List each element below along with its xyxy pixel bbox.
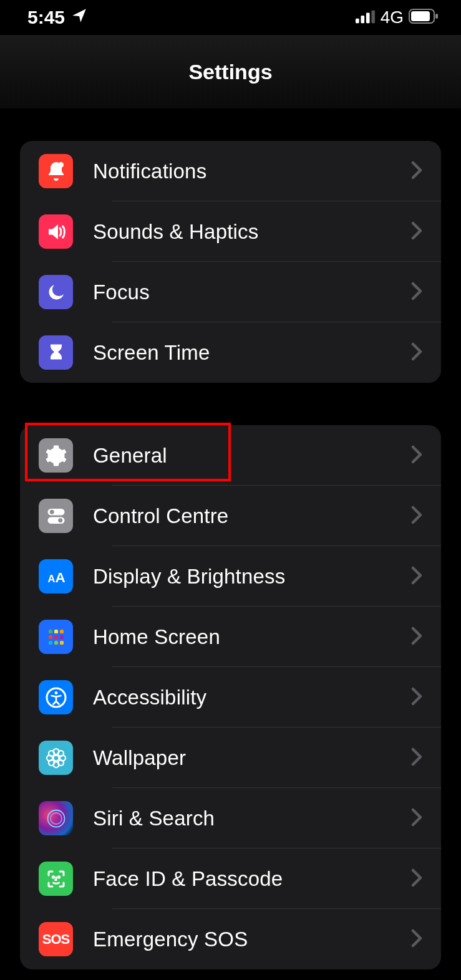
apps-grid-icon xyxy=(39,620,73,654)
svg-point-36 xyxy=(52,876,54,877)
row-label: Screen Time xyxy=(93,341,411,365)
bell-icon xyxy=(39,154,73,188)
row-display-brightness[interactable]: AA Display & Brightness xyxy=(20,546,441,607)
flower-icon xyxy=(39,741,73,775)
face-id-icon xyxy=(39,862,73,896)
row-screen-time[interactable]: Screen Time xyxy=(20,322,441,383)
svg-rect-22 xyxy=(60,641,64,645)
status-bar: 5:45 4G xyxy=(0,0,461,35)
row-home-screen[interactable]: Home Screen xyxy=(20,607,441,667)
chevron-right-icon xyxy=(411,342,422,363)
svg-rect-18 xyxy=(54,635,58,639)
chevron-right-icon xyxy=(411,282,422,303)
chevron-right-icon xyxy=(411,506,422,527)
speaker-icon xyxy=(39,214,73,249)
chevron-right-icon xyxy=(411,929,422,950)
page-title: Settings xyxy=(188,60,272,84)
settings-group-1: Notifications Sounds & Haptics Focus Scr… xyxy=(20,141,441,383)
chevron-right-icon xyxy=(411,808,422,829)
gear-icon xyxy=(39,438,73,473)
row-notifications[interactable]: Notifications xyxy=(20,141,441,201)
svg-rect-17 xyxy=(49,635,52,639)
svg-rect-6 xyxy=(435,14,438,19)
row-label: Focus xyxy=(93,281,411,304)
svg-rect-3 xyxy=(371,11,375,24)
svg-point-24 xyxy=(54,691,57,694)
svg-point-7 xyxy=(58,162,64,168)
row-general[interactable]: General xyxy=(20,425,441,486)
siri-icon xyxy=(39,801,73,835)
chevron-right-icon xyxy=(411,627,422,648)
svg-rect-21 xyxy=(54,641,58,645)
row-siri-search[interactable]: Siri & Search xyxy=(20,788,441,848)
hourglass-icon xyxy=(39,335,73,370)
row-wallpaper[interactable]: Wallpaper xyxy=(20,728,441,788)
chevron-right-icon xyxy=(411,566,422,587)
row-label: Emergency SOS xyxy=(93,928,411,951)
svg-point-37 xyxy=(58,876,59,877)
svg-rect-20 xyxy=(49,641,52,645)
row-label: Display & Brightness xyxy=(93,565,411,588)
row-label: Control Centre xyxy=(93,504,411,528)
row-label: Accessibility xyxy=(93,686,411,709)
location-icon xyxy=(71,7,87,28)
settings-group-2: General Control Centre AA Display & Brig… xyxy=(20,425,441,969)
svg-rect-15 xyxy=(54,630,58,633)
accessibility-icon xyxy=(39,680,73,714)
row-focus[interactable]: Focus xyxy=(20,262,441,322)
network-label: 4G xyxy=(381,7,404,27)
svg-point-9 xyxy=(49,509,54,514)
svg-rect-5 xyxy=(411,11,430,21)
svg-rect-1 xyxy=(361,16,364,23)
row-label: Siri & Search xyxy=(93,807,411,830)
row-label: Sounds & Haptics xyxy=(93,220,411,244)
svg-rect-14 xyxy=(49,630,52,633)
row-label: Wallpaper xyxy=(93,746,411,770)
status-time: 5:45 xyxy=(27,7,65,28)
svg-point-11 xyxy=(58,518,62,522)
chevron-right-icon xyxy=(411,161,422,182)
row-label: Notifications xyxy=(93,160,411,183)
svg-rect-2 xyxy=(366,12,370,23)
chevron-right-icon xyxy=(411,868,422,890)
cellular-signal-icon xyxy=(356,7,376,28)
battery-icon xyxy=(409,7,439,28)
svg-rect-0 xyxy=(356,19,359,24)
text-size-icon: AA xyxy=(39,559,73,593)
row-label: Home Screen xyxy=(93,625,411,649)
sos-icon: SOS xyxy=(39,922,73,956)
chevron-right-icon xyxy=(411,445,422,466)
row-label: Face ID & Passcode xyxy=(93,867,411,891)
svg-text:A: A xyxy=(55,570,65,585)
header: Settings xyxy=(0,35,461,108)
row-label: General xyxy=(93,444,411,468)
svg-point-35 xyxy=(51,813,62,824)
row-face-id-passcode[interactable]: Face ID & Passcode xyxy=(20,848,441,909)
svg-point-25 xyxy=(53,755,59,761)
row-sounds-haptics[interactable]: Sounds & Haptics xyxy=(20,201,441,262)
chevron-right-icon xyxy=(411,221,422,243)
chevron-right-icon xyxy=(411,687,422,708)
svg-rect-19 xyxy=(60,635,64,639)
toggles-icon xyxy=(39,499,73,533)
svg-rect-16 xyxy=(60,630,64,633)
moon-icon xyxy=(39,275,73,309)
chevron-right-icon xyxy=(411,747,422,769)
row-control-centre[interactable]: Control Centre xyxy=(20,486,441,546)
row-emergency-sos[interactable]: SOS Emergency SOS xyxy=(20,909,441,969)
svg-text:A: A xyxy=(47,573,55,584)
row-accessibility[interactable]: Accessibility xyxy=(20,667,441,728)
